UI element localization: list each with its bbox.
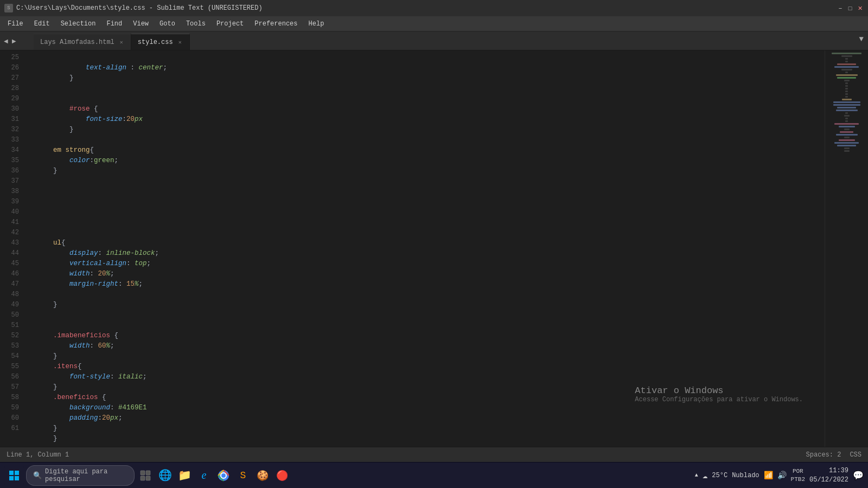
chrome-icon <box>218 470 229 481</box>
tab-bar: ◀ ▶ Lays Almofadas.html ✕ style.css ✕ ▼ <box>0 31 868 50</box>
code-line-38 <box>29 187 825 197</box>
menu-edit[interactable]: Edit <box>29 18 55 30</box>
menu-bar: File Edit Selection Find View Goto Tools… <box>0 16 868 31</box>
taskbar-left: 🔍 Digite aqui para pesquisar 🌐 📁 e <box>4 465 291 486</box>
volume-icon: 🔊 <box>777 471 787 480</box>
task-view-button[interactable] <box>137 467 154 484</box>
tab-css-close[interactable]: ✕ <box>177 38 183 47</box>
clock-hour: 11:39 <box>809 466 848 476</box>
code-line-27 <box>29 73 825 84</box>
clock-date: 05/12/2022 <box>809 476 848 485</box>
svg-rect-7 <box>146 476 150 480</box>
taskbar: 🔍 Digite aqui para pesquisar 🌐 📁 e <box>0 462 868 488</box>
minimize-button[interactable]: − <box>837 4 844 12</box>
code-line-33: em strong{ <box>29 135 825 145</box>
clock-locale: POR <box>791 467 805 475</box>
clock: POR PTB2 <box>791 467 805 483</box>
weather-icon: ☁️ <box>703 470 708 481</box>
svg-rect-1 <box>15 471 19 475</box>
code-line-55: font-style: italic; <box>29 362 825 372</box>
weather-desc: Nublado <box>732 472 759 479</box>
svg-rect-5 <box>146 471 150 475</box>
menu-tools[interactable]: Tools <box>181 18 211 30</box>
start-button[interactable] <box>4 466 24 485</box>
code-line-41 <box>29 217 825 228</box>
taskbar-search[interactable]: 🔍 Digite aqui para pesquisar <box>26 465 135 486</box>
svg-rect-6 <box>141 476 145 480</box>
menu-preferences[interactable]: Preferences <box>249 18 303 30</box>
menu-project[interactable]: Project <box>211 18 249 30</box>
tab-css[interactable]: style.css ✕ <box>131 34 190 50</box>
task-view-icon <box>140 470 151 481</box>
maximize-button[interactable]: □ <box>846 4 854 12</box>
menu-goto[interactable]: Goto <box>154 18 181 30</box>
network-icon: 📶 <box>764 471 773 480</box>
code-line-30: font-size:20px <box>29 104 825 114</box>
tab-next-button[interactable]: ▶ <box>10 34 18 48</box>
code-line-46: margin-right: 15%; <box>29 269 825 279</box>
minimap <box>825 50 868 447</box>
weather-temp: 25°C <box>712 472 727 479</box>
code-line-61: } <box>29 423 825 434</box>
taskbar-search-label: Digite aqui para pesquisar <box>45 468 127 483</box>
clock-time: 11:39 05/12/2022 <box>809 466 848 485</box>
code-line-35: } <box>29 156 825 166</box>
code-line-28 <box>29 84 825 94</box>
code-line-29: #rose { <box>29 94 825 104</box>
taskbar-ie-icon[interactable]: e <box>195 467 213 484</box>
title-bar: S C:\Users\Lays\Documents\style.css - Su… <box>0 0 868 16</box>
menu-file[interactable]: File <box>2 18 29 30</box>
taskbar-chrome-icon[interactable] <box>215 467 232 484</box>
tab-prev-button[interactable]: ◀ <box>2 34 10 48</box>
menu-selection[interactable]: Selection <box>55 18 101 30</box>
code-line-51: .imabeneficios { <box>29 320 825 331</box>
code-line-54: .itens{ <box>29 351 825 362</box>
code-line-25: text-align : center; <box>29 53 825 63</box>
code-line-50 <box>29 310 825 320</box>
taskbar-sublime-icon[interactable]: S <box>234 467 252 484</box>
code-line-31: } <box>29 114 825 125</box>
code-line-43: display: inline-block; <box>29 238 825 248</box>
window-controls[interactable]: − □ ✕ <box>837 4 864 12</box>
svg-point-10 <box>221 473 226 478</box>
code-line-37 <box>29 176 825 187</box>
code-editor[interactable]: text-align : center; } #rose { font-size… <box>24 50 825 447</box>
code-line-56: } <box>29 372 825 382</box>
code-line-57: .beneficios { <box>29 382 825 393</box>
tab-html-label: Lays Almofadas.html <box>40 38 114 46</box>
notification-icon[interactable]: 💬 <box>853 470 864 481</box>
line-numbers: 25 26 27 28 29 30 31 32 33 34 35 36 37 3… <box>0 50 24 447</box>
svg-rect-4 <box>141 471 145 475</box>
status-position: Line 1, Column 1 <box>7 451 69 459</box>
window-title: C:\Users\Lays\Documents\style.css - Subl… <box>16 4 263 12</box>
code-line-48: } <box>29 290 825 300</box>
menu-view[interactable]: View <box>127 18 154 30</box>
code-line-42: ul{ <box>29 228 825 238</box>
new-tab-button[interactable]: ▼ <box>859 35 864 43</box>
code-line-52: width: 60%; <box>29 331 825 341</box>
taskbar-edge-icon[interactable]: 🌐 <box>156 467 174 484</box>
code-line-49 <box>29 300 825 310</box>
clock-locale2: PTB2 <box>791 476 805 483</box>
code-line-60: } <box>29 413 825 423</box>
menu-find[interactable]: Find <box>101 18 127 30</box>
menu-help[interactable]: Help <box>303 18 330 30</box>
svg-rect-0 <box>9 471 14 475</box>
tab-nav[interactable]: ◀ ▶ <box>2 34 18 48</box>
taskbar-gingerbread-icon[interactable]: 🍪 <box>254 467 271 484</box>
code-line-53: } <box>29 341 825 351</box>
windows-logo-icon <box>9 471 19 480</box>
close-button[interactable]: ✕ <box>856 4 864 12</box>
code-line-59: padding:20px; <box>29 403 825 413</box>
code-line-47 <box>29 279 825 290</box>
tab-html[interactable]: Lays Almofadas.html ✕ <box>34 34 131 50</box>
tab-css-label: style.css <box>138 38 173 46</box>
tab-html-close[interactable]: ✕ <box>119 38 124 47</box>
status-language: CSS <box>850 451 861 459</box>
taskbar-explorer-icon[interactable]: 📁 <box>176 467 193 484</box>
status-bar: Line 1, Column 1 Spaces: 2 CSS <box>0 447 868 462</box>
taskbar-red-icon[interactable]: 🔴 <box>273 467 291 484</box>
app-icon: S <box>4 4 13 12</box>
system-tray-up-arrow[interactable]: ▲ <box>695 472 698 478</box>
code-line-58: background: #4169E1 <box>29 393 825 403</box>
